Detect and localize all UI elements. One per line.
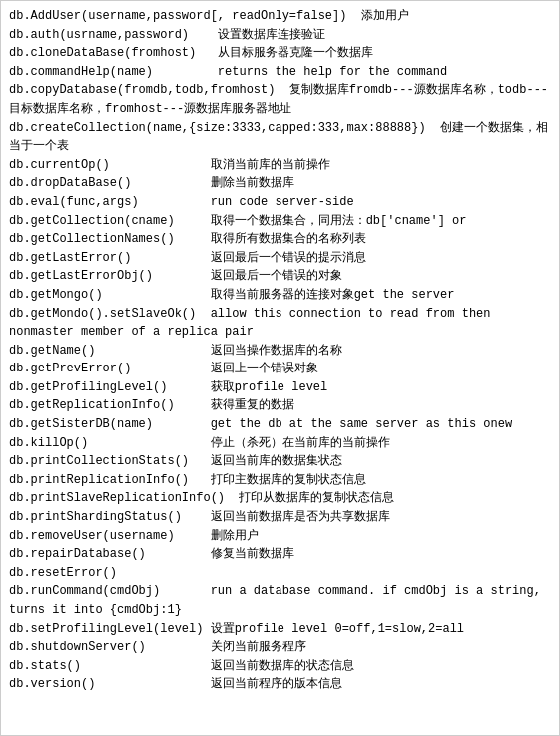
list-item: db.printSlaveReplicationInfo() 打印从数据库的复制… bbox=[9, 489, 551, 508]
list-item: db.killOp() 停止（杀死）在当前库的当前操作 bbox=[9, 434, 551, 453]
list-item: db.copyDatabase(fromdb,todb,fromhost) 复制… bbox=[9, 81, 551, 118]
list-item: db.repairDatabase() 修复当前数据库 bbox=[9, 545, 551, 564]
list-item: db.printShardingStatus() 返回当前数据库是否为共享数据库 bbox=[9, 508, 551, 527]
list-item: db.eval(func,args) run code server-side bbox=[9, 193, 551, 212]
list-item: db.getReplicationInfo() 获得重复的数据 bbox=[9, 396, 551, 415]
list-item: db.getMondo().setSlaveOk() allow this co… bbox=[9, 305, 551, 342]
list-item: db.getCollection(cname) 取得一个数据集合，同用法：db[… bbox=[9, 212, 551, 231]
list-item: db.cloneDataBase(fromhost) 从目标服务器克隆一个数据库 bbox=[9, 44, 551, 63]
list-item: db.getMongo() 取得当前服务器的连接对象get the server bbox=[9, 286, 551, 305]
list-item: db.getLastError() 返回最后一个错误的提示消息 bbox=[9, 249, 551, 268]
list-item: db.getSisterDB(name) get the db at the s… bbox=[9, 415, 551, 434]
list-item: db.setProfilingLevel(level) 设置profile le… bbox=[9, 620, 551, 639]
list-item: db.shutdownServer() 关闭当前服务程序 bbox=[9, 638, 551, 657]
list-item: db.printReplicationInfo() 打印主数据库的复制状态信息 bbox=[9, 471, 551, 490]
list-item: db.dropDataBase() 删除当前数据库 bbox=[9, 174, 551, 193]
list-item: db.printCollectionStats() 返回当前库的数据集状态 bbox=[9, 452, 551, 471]
list-item: db.getName() 返回当操作数据库的名称 bbox=[9, 342, 551, 361]
list-item: db.AddUser(username,password[, readOnly=… bbox=[9, 7, 551, 26]
list-item: db.runCommand(cmdObj) run a database com… bbox=[9, 582, 551, 619]
main-container: db.AddUser(username,password[, readOnly=… bbox=[0, 0, 560, 736]
list-item: db.getLastErrorObj() 返回最后一个错误的对象 bbox=[9, 267, 551, 286]
list-item: db.currentOp() 取消当前库的当前操作 bbox=[9, 156, 551, 175]
list-item: db.getPrevError() 返回上一个错误对象 bbox=[9, 360, 551, 378]
list-item: db.stats() 返回当前数据库的状态信息 bbox=[9, 657, 551, 676]
list-item: db.commandHelp(name) returns the help fo… bbox=[9, 63, 551, 82]
list-item: db.createCollection(name,{size:3333,capp… bbox=[9, 119, 551, 156]
list-item: db.removeUser(username) 删除用户 bbox=[9, 527, 551, 546]
list-item: db.getProfilingLevel() 获取profile level bbox=[9, 378, 551, 397]
list-item: db.auth(usrname,password) 设置数据库连接验证 bbox=[9, 26, 551, 45]
list-item: db.getCollectionNames() 取得所有数据集合的名称列表 bbox=[9, 230, 551, 249]
list-item: db.version() 返回当前程序的版本信息 bbox=[9, 675, 551, 694]
list-item: db.resetError() bbox=[9, 564, 551, 583]
